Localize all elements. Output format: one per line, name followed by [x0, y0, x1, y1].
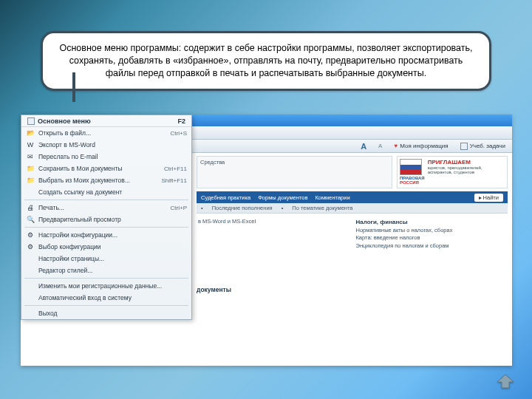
menu-item-icon: ⚙ [26, 231, 35, 239]
menu-item-label: Выбрать из Моих документов... [38, 177, 130, 184]
menu-separator [24, 305, 188, 306]
menu-item[interactable]: ✉Переслать по E-mail [21, 151, 191, 163]
tasks-button[interactable]: Учеб. задачи [457, 141, 509, 151]
menu-item-label: Открыть в файл... [38, 129, 91, 137]
nav-item[interactable]: Комментарии [315, 194, 349, 201]
main-menu-header: Основное меню F2 [21, 115, 191, 127]
menu-item-label: Создать ссылку на документ [38, 188, 122, 196]
documents-label: документы [197, 286, 231, 293]
font-smaller-button[interactable]: A [375, 141, 386, 151]
link[interactable]: Карта: введение налогов [356, 234, 507, 242]
menu-item-icon: ⚙ [26, 242, 35, 251]
menu-item[interactable]: WЭкспорт в MS-Word [21, 139, 191, 151]
menu-separator [24, 278, 188, 279]
banner-left: Средства [197, 156, 392, 188]
menu-item[interactable]: 📂Открыть в файл...Ctrl+S [21, 127, 191, 139]
invite-heading: ПРИГЛАШАЕМ [428, 159, 505, 166]
menu-item-icon [26, 254, 35, 263]
page-up-arrow-icon[interactable] [494, 372, 517, 390]
flag-icon [400, 159, 422, 175]
main-menu-dropdown: Основное меню F2 📂Открыть в файл...Ctrl+… [21, 115, 192, 320]
menu-item-hotkey: Ctrl+F11 [164, 166, 187, 172]
menu-item[interactable]: Настройки страницы... [21, 253, 191, 265]
column-left: в MS-Word и MS-Excel [198, 218, 349, 250]
menu-item-icon: 🖨 [26, 203, 35, 212]
menu-item-icon [26, 282, 35, 290]
callout-text: Основное меню программы: содержит в себе… [59, 43, 472, 78]
tab-item[interactable]: По тематике документа [292, 205, 352, 211]
menu-item-hotkey: Ctrl+P [171, 205, 187, 211]
font-larger-button[interactable]: A [357, 140, 370, 152]
menu-header-icon [27, 117, 35, 125]
menu-item-icon: 📂 [26, 129, 35, 137]
link[interactable]: Энциклопедия по налогам и сборам [356, 242, 507, 250]
menu-item[interactable]: Автоматический вход в систему [21, 292, 191, 304]
menu-item[interactable]: Изменить мои регистрационные данные... [21, 280, 191, 292]
menu-item-label: Автоматический вход в систему [38, 294, 132, 301]
menu-separator [24, 200, 188, 200]
menu-item-hotkey: Shift+F11 [162, 177, 187, 184]
column-right: Налоги, финансы Нормативные акты о налог… [356, 218, 507, 250]
menu-item[interactable]: 📁Сохранить в Мои документыCtrl+F11 [21, 163, 191, 174]
menu-item-icon: 📁 [26, 164, 35, 173]
menu-item[interactable]: 🔍Предварительный просмотр [21, 214, 191, 225]
find-button[interactable]: ▸ Найти [474, 194, 504, 202]
menu-item-icon [26, 293, 35, 302]
my-info-button[interactable]: ♥Моя информация [390, 141, 451, 151]
menu-item-icon: W [26, 140, 35, 149]
menu-item[interactable]: 📁Выбрать из Моих документов...Shift+F11 [21, 174, 191, 186]
menu-item-icon [26, 188, 35, 197]
nav-item[interactable]: Формы документов [258, 194, 307, 201]
menu-item-label: Переслать по E-mail [38, 153, 98, 160]
menu-item-icon [26, 266, 35, 275]
blue-nav-bar: Судебная практика Формы документов Комме… [197, 191, 508, 203]
app-window: КОНСУЛЬТАНТ ПЛЮС — Справочная правовая с… [21, 115, 512, 366]
menu-item-hotkey: Ctrl+S [171, 130, 187, 137]
menu-item-label: Настройки страницы... [38, 255, 104, 262]
menu-item-exit[interactable]: Выход [21, 307, 191, 319]
nav-item[interactable]: Судебная практика [201, 194, 250, 201]
banner-right[interactable]: ПРАВОВАЯ РОССИЯ ПРИГЛАШАЕМ юристов, преп… [397, 156, 508, 188]
tab-item[interactable]: Последние пополнения [212, 205, 273, 211]
menu-item[interactable]: ⚙Настройки конфигурации... [21, 229, 191, 241]
description-callout: Основное меню программы: содержит в себе… [41, 31, 491, 91]
menu-item-label: Экспорт в MS-Word [38, 141, 95, 149]
menu-item-label: Сохранить в Мои документы [38, 165, 122, 172]
menu-item-icon: 🔍 [26, 215, 35, 224]
menu-item-label: Предварительный просмотр [38, 216, 121, 223]
content-area: Средства ПРАВОВАЯ РОССИЯ ПРИГЛАШАЕМ юрис… [192, 153, 512, 366]
blank-icon [26, 309, 35, 318]
menu-item-icon: 📁 [26, 176, 35, 185]
tasks-icon [460, 143, 468, 150]
sub-tabs: •Последние пополнения •По тематике докум… [197, 203, 508, 214]
menu-item[interactable]: ⚙Выбор конфигурации [21, 241, 191, 253]
menu-separator [24, 227, 188, 228]
menu-item-icon: ✉ [26, 152, 35, 161]
menu-item-label: Выбор конфигурации [38, 243, 101, 250]
menu-item[interactable]: Создать ссылку на документ [21, 186, 191, 198]
menu-item[interactable]: Редактор стилей... [21, 265, 191, 276]
invite-text: юристов, преподавателей, аспирантов, сту… [428, 166, 505, 175]
menu-item[interactable]: 🖨Печать...Ctrl+P [21, 202, 191, 214]
menu-header-hotkey: F2 [177, 117, 185, 125]
menu-item-label: Печать... [38, 204, 64, 211]
menu-item-label: Редактор стилей... [38, 267, 92, 274]
link[interactable]: Нормативные акты о налогах, сборах [356, 227, 507, 235]
menu-item-label: Изменить мои регистрационные данные... [38, 282, 162, 290]
heart-icon: ♥ [394, 143, 398, 149]
menu-item-label: Настройки конфигурации... [38, 231, 117, 239]
col2-heading: Налоги, финансы [356, 219, 408, 225]
